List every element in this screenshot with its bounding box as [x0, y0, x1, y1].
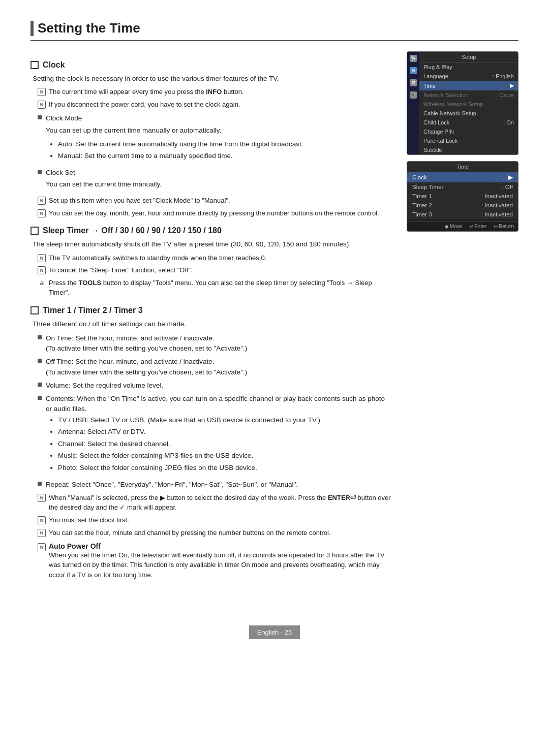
clock-set-note-2: N You can set the day, month, year, hour…	[38, 208, 391, 218]
timer-repeat-item: Repeat: Select "Once", "Everyday", "Mon~…	[38, 480, 391, 490]
clock-mode-bullet-auto: Auto: Set the current time automatically…	[58, 139, 303, 150]
timer-body: Three different on / off timer settings …	[33, 319, 391, 580]
timer-off-time-sub: (To activate timer with the setting you'…	[46, 368, 247, 376]
timer-title: Timer 1 / Timer 2 / Timer 3	[43, 306, 143, 315]
timer-off-time-content: Off Time: Set the hour, minute, and acti…	[46, 357, 247, 377]
tv-row-child-lock: Child Lock : On	[419, 118, 518, 127]
tv-bottom-row-clock: Clock -- : -- ▶	[407, 172, 518, 182]
tv-row-parental: Parental Lock	[419, 136, 518, 145]
note-icon-8: N	[38, 516, 46, 524]
timer-volume-bullet	[38, 383, 42, 387]
tv-icon-setup-active: ⚙	[410, 67, 417, 74]
tv-row-change-pin: Change PIN	[419, 127, 518, 136]
tv-icon-picture: 🖼	[410, 79, 417, 86]
clock-mode-item: Clock Mode You can set up the current ti…	[38, 113, 391, 165]
tv-menu-footer: ◆ Move ↵ Enter ↩ Return	[407, 221, 518, 231]
timer-repeat-bullet	[38, 482, 42, 486]
page-footer: English - 25	[249, 625, 300, 639]
timer-contents-bullets: TV / USB: Select TV or USB. (Make sure t…	[58, 415, 391, 474]
tv-bottom-timer2-label: Timer 2	[412, 202, 432, 208]
sleep-timer-checkbox-icon	[30, 227, 39, 235]
tv-bottom-row-timer3: Timer 3 : Inactivated	[407, 210, 518, 219]
return-icon: ↩	[494, 224, 498, 229]
tv-bottom-sleep-label: Sleep Timer	[412, 184, 443, 190]
auto-power-off-desc: When you set the timer On, the televisio…	[49, 551, 385, 579]
timer-bottom-note-1-text: You can set the hour, minute and channel…	[49, 528, 331, 538]
main-content: Clock Setting the clock is necessary in …	[30, 51, 391, 585]
footer-return: ↩ Return	[494, 224, 514, 229]
sleep-timer-note-2: N To cancel the "Sleep Timer" function, …	[38, 265, 391, 275]
note-icon-6: N	[38, 266, 46, 274]
auto-power-off-item: N Auto Power Off When you set the timer …	[38, 542, 391, 580]
timer-on-time-label: On Time: Set the hour, minute, and activ…	[46, 334, 215, 342]
tv-sidebar: 📡 ⚙ 🖼 🔊	[407, 52, 419, 154]
timer-off-time-item: Off Time: Set the hour, minute, and acti…	[38, 357, 391, 377]
note-icon-7: N	[38, 494, 46, 502]
clock-set-bullet	[38, 170, 42, 174]
clock-note-1: N The current time will appear every tim…	[38, 87, 391, 97]
tv-row-language-value: : English	[493, 73, 514, 79]
timer-volume-label: Volume: Set the required volume level.	[46, 381, 163, 391]
content-wrapper: Clock Setting the clock is necessary in …	[30, 51, 518, 585]
clock-set-desc: You can set the current time manually.	[46, 179, 162, 190]
tv-icon-sound: 🔊	[410, 91, 417, 99]
tv-bottom-timer2-value: : Inactivated	[481, 202, 513, 208]
title-accent-bar	[30, 21, 34, 36]
clock-set-item: Clock Set You can set the current time m…	[38, 168, 391, 193]
clock-set-note-2-text: You can set the day, month, year, hour a…	[49, 208, 379, 218]
timer-contents-item: Contents: When the "On Time" is active, …	[38, 394, 391, 476]
tv-row-cable-net: Cable Network Setup	[419, 109, 518, 118]
tv-menu-bottom-title: Time	[407, 162, 518, 172]
timer-volume-item: Volume: Set the required volume level.	[38, 381, 391, 391]
tv-bottom-clock-value: -- : --	[494, 174, 506, 180]
enter-icon: ↵	[469, 224, 473, 229]
sleep-timer-note-2-text: To cancel the "Sleep Timer" function, se…	[49, 265, 193, 275]
tv-bottom-timer3-value: : Inactivated	[481, 211, 513, 217]
timer-repeat-note-2: N You must set the clock first.	[38, 515, 391, 525]
timer-content-bullet-0: TV / USB: Select TV or USB. (Make sure t…	[58, 415, 391, 426]
tv-row-time-label: Time	[423, 83, 436, 89]
tv-menu-bottom: Time Clock -- : -- ▶ Sleep Timer : Off T…	[407, 161, 518, 232]
printer-icon: 🖨	[38, 279, 46, 287]
tools-note: 🖨 Press the TOOLS button to display "Too…	[38, 278, 391, 298]
timer-contents-bullet	[38, 396, 42, 400]
tv-menu-top: 📡 ⚙ 🖼 🔊 Setup Plug & Play Language : Eng…	[407, 51, 518, 155]
clock-note-2-text: If you disconnect the power cord, you ha…	[49, 100, 240, 110]
tv-menu-top-inner: 📡 ⚙ 🖼 🔊 Setup Plug & Play Language : Eng…	[407, 52, 518, 154]
tv-row-child-lock-value: : On	[503, 119, 514, 125]
tv-row-network-sel-value: : Cable	[496, 92, 514, 98]
tv-bottom-clock-right: -- : -- ▶	[494, 174, 513, 181]
clock-set-note-1: N Set up this item when you have set "Cl…	[38, 196, 391, 206]
clock-mode-bullets: Auto: Set the current time automatically…	[58, 139, 303, 162]
clock-body: Setting the clock is necessary in order …	[33, 74, 391, 218]
tv-menu-rows-top: Setup Plug & Play Language : English Tim…	[419, 52, 518, 154]
tv-bottom-row-timer1: Timer 1 : Inactivated	[407, 192, 518, 201]
timer-content-bullet-1: Antenna: Select ATV or DTV.	[58, 426, 391, 437]
tv-row-language: Language : English	[419, 72, 518, 81]
tv-bottom-timer1-value: : Inactivated	[481, 193, 513, 199]
tv-row-wireless: Wireless Network Setup	[419, 100, 518, 109]
move-icon: ◆	[445, 224, 449, 229]
timer-repeat-note-1-text: When "Manual" is selected, press the ▶ b…	[49, 493, 391, 513]
tv-row-plug-play: Plug & Play	[419, 62, 518, 72]
auto-power-off-content: Auto Power Off When you set the timer On…	[49, 542, 391, 580]
note-icon-2: N	[38, 101, 46, 109]
sleep-timer-title: Sleep Timer → Off / 30 / 60 / 90 / 120 /…	[43, 226, 222, 235]
note-icon-9: N	[38, 529, 46, 537]
clock-title: Clock	[43, 60, 65, 70]
clock-note-1-text: The current time will appear every time …	[49, 87, 244, 97]
timer-contents-content: Contents: When the "On Time" is active, …	[46, 394, 391, 476]
tv-bottom-sleep-value: : Off	[502, 184, 513, 190]
clock-mode-bullet-manual: Manual: Set the current time to a manual…	[58, 150, 303, 162]
tv-row-network-sel: Network Selection : Cable	[419, 90, 518, 100]
sleep-timer-note-1: N The TV automatically switches to stand…	[38, 253, 391, 263]
page-footer-wrapper: English - 25	[30, 605, 518, 639]
timer-repeat-label: Repeat: Select "Once", "Everyday", "Mon~…	[46, 480, 298, 490]
tv-bottom-timer3-label: Timer 3	[412, 211, 432, 217]
tv-row-time-arrow: ▶	[510, 82, 514, 89]
clock-mode-label: Clock Mode	[46, 114, 82, 122]
clock-mode-content: Clock Mode You can set up the current ti…	[46, 113, 303, 165]
tv-bottom-clock-arrow: ▶	[508, 174, 513, 181]
page-title: Setting the Time	[38, 20, 140, 36]
clock-intro: Setting the clock is necessary in order …	[33, 74, 391, 84]
